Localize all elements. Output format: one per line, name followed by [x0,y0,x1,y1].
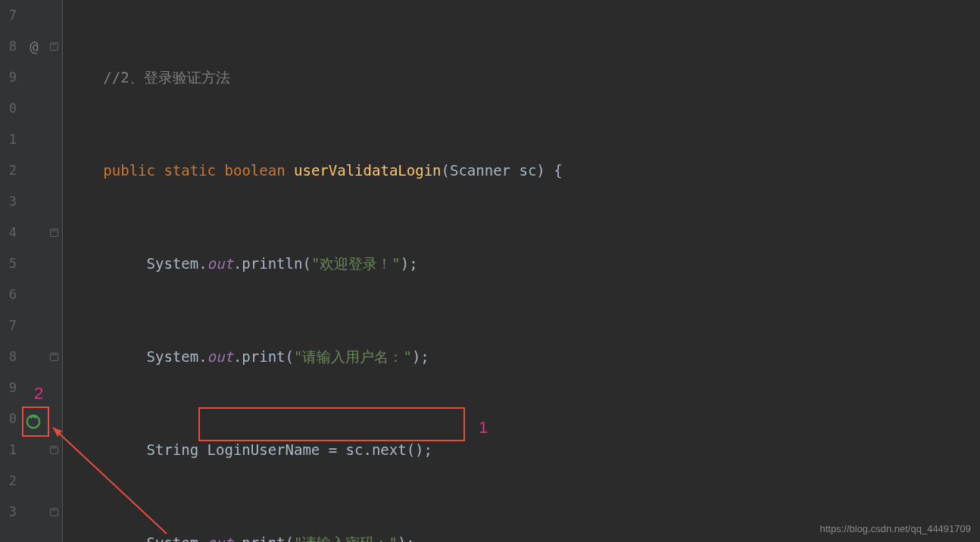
fold-toggle[interactable] [45,31,62,62]
class-ref: System. [147,534,208,542]
gutter-marker [23,186,45,217]
watermark: https://blog.csdn.net/qq_44491709 [820,523,972,534]
code-line: public static boolean userValidataLogin(… [77,155,980,186]
line-number: 2 [0,155,17,186]
fold-spacer [45,124,62,155]
fold-spacer [45,155,62,186]
code-editor: 7 8 9 0 1 2 3 4 5 6 7 8 9 0 1 2 3 @ [0,0,980,542]
fold-toggle[interactable] [45,217,62,248]
gutter-marker [23,435,45,466]
punctuation: ); [401,255,418,272]
line-number: 3 [0,186,17,217]
params: (Scanner sc) { [442,162,563,179]
string-literal: "请输入密码：" [294,534,398,542]
string-literal: "欢迎登录！" [311,255,401,272]
fold-toggle[interactable] [45,435,62,466]
line-number: 3 [0,497,17,528]
fold-spacer [45,310,62,341]
line-number: 9 [0,372,17,403]
line-number: 7 [0,0,17,31]
gutter-marker [23,155,45,186]
fold-spacer [45,186,62,217]
code-area[interactable]: //2、登录验证方法 public static boolean userVal… [62,0,980,542]
annotation-label-2: 2 [34,384,43,403]
code-line: String LoginUserName = sc.next(); [77,435,980,466]
gutter-marker [23,279,45,310]
line-number: 4 [0,217,17,248]
fold-column [45,0,62,542]
gutter-marker [23,341,45,372]
method-declaration: userValidataLogin [294,162,441,179]
fold-spacer [45,62,62,93]
keyword-boolean: boolean [225,162,286,179]
fold-icon [50,42,58,51]
class-ref: System. [147,255,208,272]
gutter-marker [23,217,45,248]
comment: //2、登录验证方法 [103,69,229,86]
gutter-marker [23,310,45,341]
gutter-marker [23,62,45,93]
annotation-label-1: 1 [479,418,488,438]
line-number: 1 [0,124,17,155]
field-out: out [208,255,233,272]
gutter-marker [23,248,45,279]
fold-spacer [45,248,62,279]
statement: String LoginUserName = sc.next(); [147,441,433,458]
field-out: out [208,534,233,542]
gutter-marker [23,0,45,31]
fold-toggle[interactable] [45,497,62,528]
gutter-marker [23,466,45,497]
fold-spacer [45,372,62,403]
fold-icon [50,229,58,237]
string-literal: "请输入用户名：" [294,348,412,365]
code-line: //2、登录验证方法 [77,62,980,93]
line-number: 6 [0,279,17,310]
class-ref: System. [147,348,208,365]
gutter-marker [23,124,45,155]
method-call: .print( [233,534,294,542]
line-number: 7 [0,310,17,341]
fold-icon [50,353,58,361]
fold-spacer [45,403,62,435]
field-out: out [208,348,233,365]
recursion-icon[interactable] [25,413,42,430]
line-number: 8 [0,31,17,62]
override-marker[interactable]: @ [23,31,45,62]
method-call: .print( [233,348,294,365]
keyword-static: static [164,162,216,179]
punctuation: ); [412,348,429,365]
line-number-gutter: 7 8 9 0 1 2 3 4 5 6 7 8 9 0 1 2 3 [0,0,23,542]
line-number: 2 [0,466,17,497]
code-line: System.out.println("欢迎登录！"); [77,248,980,279]
fold-icon [50,508,58,516]
line-number: 9 [0,62,17,93]
gutter-marker [23,93,45,124]
keyword-public: public [103,162,155,179]
fold-spacer [45,466,62,497]
code-line: System.out.print("请输入用户名："); [77,341,980,372]
line-number: 1 [0,435,17,466]
punctuation: ); [398,534,415,542]
marker-column: @ [23,0,45,542]
line-number: 0 [0,93,17,124]
fold-spacer [45,93,62,124]
line-number: 5 [0,248,17,279]
fold-toggle[interactable] [45,341,62,372]
fold-icon [50,446,58,454]
method-call: .println( [233,255,311,272]
fold-spacer [45,279,62,310]
line-number: 0 [0,403,17,435]
line-number: 8 [0,341,17,372]
gutter-marker [23,497,45,528]
fold-spacer [45,0,62,31]
